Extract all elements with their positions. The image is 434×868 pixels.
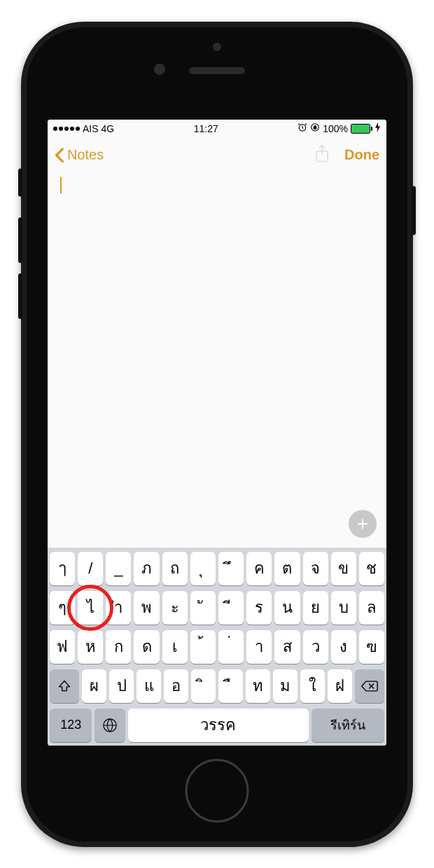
key-ท[interactable]: ท	[246, 669, 270, 703]
key-ย[interactable]: ย	[303, 591, 328, 625]
key-/[interactable]: /	[78, 552, 103, 585]
power-button	[412, 186, 416, 235]
back-label: Notes	[67, 147, 104, 163]
key-ฝ[interactable]: ฝ	[328, 669, 352, 703]
home-button[interactable]	[186, 759, 249, 823]
key-ไ[interactable]: ไ	[78, 591, 103, 625]
signal-strength-icon	[53, 127, 80, 131]
key-ล[interactable]: ล	[359, 591, 384, 625]
key-ห[interactable]: ห	[78, 630, 103, 664]
key-ฃ[interactable]: ฃ	[359, 630, 384, 664]
key-่[interactable]: ่	[218, 630, 244, 664]
key-ๆ[interactable]: ๆ	[50, 591, 75, 625]
screen: AIS 4G 11:27 100%	[48, 120, 386, 746]
volume-up-button	[18, 218, 22, 263]
key-ำ[interactable]: ำ	[106, 591, 131, 625]
globe-icon	[102, 718, 118, 733]
key-า[interactable]: า	[246, 630, 272, 664]
keyboard-row-3: ฟหกดเ้่าสวงฃ	[50, 630, 384, 664]
key-ถ[interactable]: ถ	[162, 552, 188, 585]
battery-percent: 100%	[323, 123, 348, 134]
backspace-icon	[361, 680, 378, 692]
key-ง[interactable]: ง	[331, 630, 356, 664]
done-button[interactable]: Done	[344, 147, 379, 163]
shift-icon	[57, 679, 71, 693]
key-_[interactable]: _	[106, 552, 131, 585]
numbers-key[interactable]: 123	[50, 709, 92, 742]
plus-icon: +	[357, 513, 368, 535]
svg-rect-2	[314, 127, 316, 129]
key-ว[interactable]: ว	[303, 630, 328, 664]
carrier-label: AIS	[83, 123, 99, 134]
network-label: 4G	[102, 123, 115, 134]
proximity-sensor	[213, 43, 221, 51]
battery-icon	[351, 124, 372, 134]
key-ป[interactable]: ป	[109, 669, 134, 703]
text-cursor	[60, 177, 62, 194]
key-แ[interactable]: แ	[136, 669, 161, 703]
key-ภ[interactable]: ภ	[134, 552, 159, 585]
key-น[interactable]: น	[274, 591, 300, 625]
key-บ[interactable]: บ	[331, 591, 356, 625]
rotation-lock-icon	[310, 122, 320, 134]
shift-key[interactable]	[50, 669, 79, 703]
share-icon	[315, 145, 329, 163]
return-key[interactable]: รีเทิร์น	[312, 709, 384, 742]
key-ต[interactable]: ต	[274, 552, 300, 585]
phone-frame: AIS 4G 11:27 100%	[21, 22, 413, 847]
key-ุ[interactable]: ุ	[190, 552, 216, 585]
key-ม[interactable]: ม	[273, 669, 298, 703]
key-พ[interactable]: พ	[134, 591, 159, 625]
charging-icon	[375, 122, 381, 134]
key-ิ[interactable]: ิ	[191, 669, 216, 703]
key-ฟ[interactable]: ฟ	[50, 630, 75, 664]
keyboard-row-1: ๅ/_ภถุึคตจขช	[50, 552, 384, 585]
key-ร[interactable]: ร	[246, 591, 272, 625]
key-ก[interactable]: ก	[106, 630, 131, 664]
key-ั[interactable]: ั	[190, 591, 216, 625]
keyboard: ๅ/_ภถุึคตจขช ๆไำพะัีรนยบล ฟหกดเ้่าสวงฃ ผ…	[48, 548, 386, 746]
mute-switch	[18, 169, 22, 197]
keyboard-row-bottom: 123 วรรค รีเทิร์น	[50, 709, 384, 742]
key-อ[interactable]: อ	[164, 669, 188, 703]
keyboard-row-4: ผปแอิืทมใฝ	[50, 669, 384, 703]
earpiece-speaker	[189, 67, 245, 74]
key-ะ[interactable]: ะ	[162, 591, 188, 625]
key-ส[interactable]: ส	[274, 630, 300, 664]
navigation-bar: Notes Done	[48, 138, 386, 173]
space-key[interactable]: วรรค	[128, 709, 309, 742]
key-ใ[interactable]: ใ	[300, 669, 325, 703]
key-ค[interactable]: ค	[246, 552, 272, 585]
keyboard-row-2: ๆไำพะัีรนยบล	[50, 591, 384, 625]
chevron-left-icon	[55, 148, 64, 163]
key-ข[interactable]: ข	[331, 552, 356, 585]
key-ี[interactable]: ี	[218, 591, 244, 625]
key-ื[interactable]: ื	[218, 669, 243, 703]
key-ๅ[interactable]: ๅ	[50, 552, 75, 585]
globe-key[interactable]	[94, 709, 125, 742]
alarm-icon	[298, 122, 307, 134]
key-จ[interactable]: จ	[303, 552, 328, 585]
key-เ[interactable]: เ	[162, 630, 188, 664]
key-้[interactable]: ้	[190, 630, 216, 664]
note-editor[interactable]: +	[48, 173, 386, 548]
front-camera	[154, 64, 165, 75]
clock: 11:27	[194, 123, 218, 134]
volume-down-button	[18, 273, 22, 319]
key-ด[interactable]: ด	[134, 630, 159, 664]
backspace-key[interactable]	[355, 669, 384, 703]
share-button[interactable]	[315, 145, 329, 166]
key-ผ[interactable]: ผ	[82, 669, 106, 703]
back-button[interactable]: Notes	[55, 147, 104, 163]
key-ช[interactable]: ช	[359, 552, 384, 585]
add-attachment-button[interactable]: +	[349, 510, 377, 538]
key-ึ[interactable]: ึ	[218, 552, 244, 585]
status-bar: AIS 4G 11:27 100%	[48, 120, 386, 138]
